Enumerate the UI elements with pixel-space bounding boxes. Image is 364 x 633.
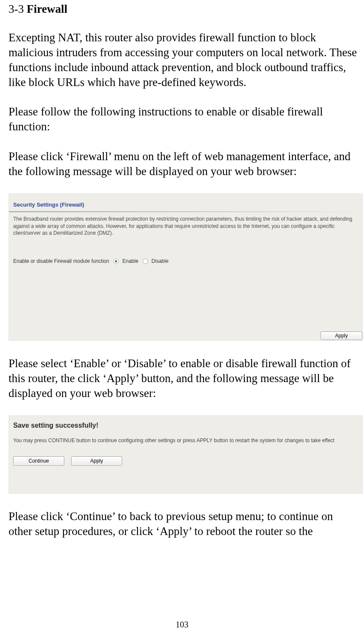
- radio-disable-label: Disable: [152, 258, 169, 264]
- body-paragraph-4: Please select ‘Enable’ or ‘Disable’ to e…: [9, 356, 358, 401]
- page-number: 103: [0, 620, 364, 630]
- firewall-toggle-row: Enable or disable Firewall module functi…: [9, 237, 362, 264]
- panel-title: Security Settings (Firewall): [9, 194, 362, 211]
- radio-disable[interactable]: [143, 259, 148, 264]
- apply-button-2[interactable]: Apply: [71, 456, 122, 466]
- body-paragraph-5: Please click ‘Continue’ to back to previ…: [9, 509, 358, 539]
- radio-enable-label: Enable: [122, 258, 138, 264]
- radio-enable[interactable]: [113, 259, 119, 264]
- success-title: Save setting successfully!: [13, 422, 356, 429]
- screenshot-firewall-settings: Security Settings (Firewall) The Broadba…: [9, 193, 363, 341]
- body-paragraph-3: Please click ‘Firewall’ menu on the left…: [9, 149, 358, 179]
- body-paragraph-2: Please follow the following instructions…: [9, 104, 358, 134]
- success-message: You may press CONTINUE button to continu…: [13, 437, 356, 444]
- section-title: Firewall: [27, 3, 67, 15]
- apply-button[interactable]: Apply: [321, 331, 362, 340]
- section-number: 3-3: [9, 3, 27, 15]
- firewall-toggle-label: Enable or disable Firewall module functi…: [13, 258, 109, 264]
- success-button-row: Continue Apply: [13, 456, 356, 466]
- body-paragraph-1: Excepting NAT, this router also provides…: [9, 30, 358, 90]
- section-heading: 3-3 Firewall: [9, 3, 358, 16]
- panel-description: The Broadband router provides extensive …: [9, 211, 362, 237]
- screenshot-save-success: Save setting successfully! You may press…: [9, 415, 363, 494]
- continue-button[interactable]: Continue: [13, 456, 64, 466]
